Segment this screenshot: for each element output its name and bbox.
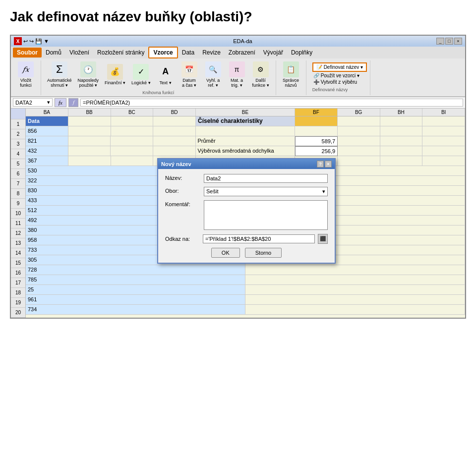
cell-rest17[interactable] [245, 275, 465, 285]
cell-rest16[interactable] [245, 265, 465, 275]
logicke-label: Logické ▾ [131, 81, 151, 86]
cell-ba19[interactable]: 961 [26, 295, 245, 305]
cell-bh5[interactable] [380, 156, 423, 166]
cell-bi2[interactable] [422, 126, 465, 136]
cell-ba2[interactable]: 856 [26, 126, 68, 136]
dialog-ok-btn[interactable]: OK [211, 248, 240, 258]
cell-bf2[interactable] [295, 126, 338, 136]
cell-bh3[interactable] [380, 136, 423, 146]
maximize-btn[interactable]: □ [445, 38, 453, 45]
menu-vzorce[interactable]: Vzorce [148, 47, 178, 58]
cell-bg4[interactable] [338, 146, 380, 156]
cell-bf1[interactable] [295, 116, 338, 126]
close-btn[interactable]: × [454, 38, 462, 45]
dropdown-btn[interactable]: ▼ [44, 38, 49, 44]
cell-bc4[interactable] [111, 146, 153, 156]
cell-be2[interactable] [196, 126, 295, 136]
dialog-odkaz-input[interactable] [203, 234, 315, 243]
cell-bc3[interactable] [111, 136, 153, 146]
cell-ba5[interactable]: 367 [26, 156, 68, 166]
menu-revize[interactable]: Revize [198, 48, 225, 57]
formula-bar: DATA2 ▾ fx 𝑓 =PRŮMĚR(DATA2) [11, 97, 465, 109]
mat-btn[interactable]: π Mat. atrig. ▾ [226, 60, 248, 89]
menu-vyvojar[interactable]: Vývojář [259, 48, 287, 57]
cell-bg3[interactable] [338, 136, 380, 146]
cell-bd2[interactable] [153, 126, 196, 136]
cell-bb4[interactable] [68, 146, 111, 156]
menu-vlozeni[interactable]: Vložení [65, 48, 93, 57]
cell-ba16[interactable]: 728 [26, 265, 245, 275]
cell-bi5[interactable] [422, 156, 465, 166]
vytvorit-btn[interactable]: ➕ Vytvořit z výběru [312, 79, 367, 85]
automaticke-shrnutí-btn[interactable]: Σ Automatickéshrnutí ▾ [45, 60, 74, 89]
menu-zobrazeni[interactable]: Zobrazení [225, 48, 259, 57]
menu-rozlozeni[interactable]: Rozložení stránky [93, 48, 148, 57]
cell-ba1[interactable]: Data [26, 116, 68, 126]
cell-bi1[interactable] [422, 116, 465, 126]
table-row: 734 [26, 305, 465, 315]
cell-bi3[interactable] [422, 136, 465, 146]
cell-bd3[interactable] [153, 136, 196, 146]
cell-bg1[interactable] [338, 116, 380, 126]
cell-ba18[interactable]: 25 [26, 285, 245, 295]
cell-be3[interactable]: Průměr [196, 136, 295, 146]
menu-domu[interactable]: Domů [42, 48, 65, 57]
formula-input[interactable]: =PRŮMĚR(DATA2) [80, 99, 463, 107]
datum-btn[interactable]: 📅 Datuma čas ▾ [178, 60, 200, 89]
vyhl-btn[interactable]: 🔍 Vyhl. aref. ▾ [202, 60, 224, 89]
formula-icon[interactable]: fx [55, 98, 66, 107]
dialog-help-btn[interactable]: ? [317, 161, 324, 168]
cell-rest19[interactable] [245, 295, 465, 305]
cell-bh2[interactable] [380, 126, 423, 136]
dialog-obor-select[interactable]: Sešit ▾ [204, 187, 328, 196]
dialog-close-btn[interactable]: × [325, 161, 332, 168]
logicke-btn[interactable]: ✓ Logické ▾ [129, 63, 153, 87]
row-header-9: 9 [11, 199, 25, 209]
cell-ba4[interactable]: 432 [26, 146, 68, 156]
cell-bc1[interactable] [111, 116, 154, 126]
cell-bh1[interactable] [380, 116, 423, 126]
menu-data[interactable]: Data [178, 48, 198, 57]
dalsi-btn[interactable]: ⚙ Dalšífunkce ▾ [250, 60, 272, 89]
menu-doplnky[interactable]: Doplňky [287, 48, 316, 57]
definovat-btn[interactable]: 📝 Definovat název ▾ [312, 62, 367, 72]
dialog-komentar-input[interactable] [204, 200, 328, 230]
menu-soubor[interactable]: Soubor [13, 48, 42, 57]
cell-bc5[interactable] [111, 156, 154, 166]
cell-ba3[interactable]: 821 [26, 136, 68, 146]
cell-bb5[interactable] [68, 156, 111, 166]
cell-ba17[interactable]: 785 [26, 275, 245, 285]
cell-bi4[interactable] [422, 146, 465, 156]
cell-rest20[interactable] [245, 305, 465, 315]
redo-btn[interactable]: ↪ [29, 38, 34, 45]
dialog-storno-btn[interactable]: Storno [245, 248, 282, 258]
cell-bf3[interactable]: 589,7 [295, 136, 338, 146]
cell-bb1[interactable] [68, 116, 111, 126]
vložit-funkci-btn[interactable]: 𝑓𝑥 Vložitfunkci [15, 60, 37, 89]
cell-bd4[interactable] [153, 146, 196, 156]
cell-be4[interactable]: Výběrová směrodatná odchylka [196, 146, 295, 156]
undo-btn[interactable]: ↩ [23, 38, 28, 45]
cell-bd1[interactable] [153, 116, 196, 126]
dialog-nazev-input[interactable] [204, 174, 328, 183]
pouzit-btn[interactable]: 🔗 Použít ve vzorci ▾ [312, 72, 367, 79]
cell-bc2[interactable] [111, 126, 154, 136]
financni-btn[interactable]: 💰 Finanční ▾ [103, 63, 127, 87]
cell-bg2[interactable] [338, 126, 380, 136]
dialog-odkaz-select-btn[interactable]: ⬛ [318, 234, 328, 244]
minimize-btn[interactable]: _ [436, 38, 444, 45]
naposledy-pouzite-btn[interactable]: 🕐 Naposledypoužité ▾ [76, 60, 101, 89]
cell-bf4[interactable]: 256,9 [295, 146, 338, 156]
name-box[interactable]: DATA2 ▾ [13, 98, 53, 107]
save-btn[interactable]: 💾 [35, 38, 42, 45]
cell-be1[interactable]: Číselné charakteristiky [196, 116, 295, 126]
cell-bg5[interactable] [338, 156, 380, 166]
text-btn[interactable]: A Text ▾ [155, 63, 177, 87]
cell-bb3[interactable] [68, 136, 111, 146]
ribbon-buttons-library: Σ Automatickéshrnutí ▾ 🕐 Naposledypoužit… [45, 60, 272, 89]
cell-bh4[interactable] [380, 146, 423, 156]
spravce-btn[interactable]: 📋 Správcenázvů [280, 60, 302, 89]
cell-rest18[interactable] [245, 285, 465, 295]
cell-bb2[interactable] [68, 126, 111, 136]
cell-ba20[interactable]: 734 [26, 305, 245, 315]
